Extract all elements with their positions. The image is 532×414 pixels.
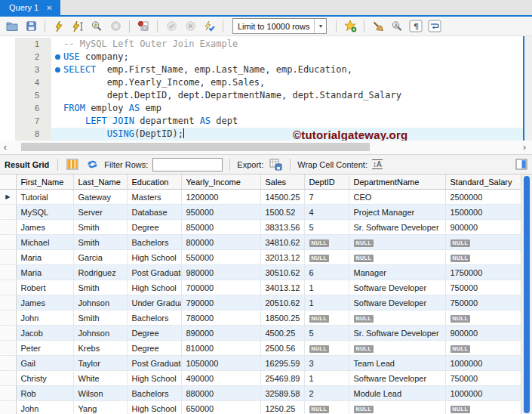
- code-line[interactable]: 8 USING(DeptID);: [0, 128, 532, 141]
- row-selector[interactable]: [0, 356, 16, 371]
- table-cell[interactable]: 2500000: [445, 190, 521, 205]
- table-cell[interactable]: NULL: [349, 341, 445, 356]
- table-row[interactable]: JohnSmithBachelors78000018500.25NULLNULL…: [0, 310, 521, 326]
- table-row[interactable]: MariaGarciaHigh School55000032013.12NULL…: [0, 250, 521, 265]
- table-cell[interactable]: 5: [304, 326, 349, 341]
- toggle-autocommit-icon[interactable]: [201, 19, 217, 33]
- table-cell[interactable]: MySQL: [16, 205, 73, 220]
- table-cell[interactable]: NULL: [349, 310, 445, 326]
- table-cell[interactable]: 1: [304, 371, 349, 386]
- table-cell[interactable]: 38313.56: [260, 220, 304, 235]
- table-cell[interactable]: High School: [127, 280, 181, 295]
- table-cell[interactable]: 1000000: [445, 386, 521, 401]
- table-cell[interactable]: NULL: [304, 341, 349, 356]
- table-row[interactable]: ▶TutorialGatewayMasters120000014500.257C…: [0, 190, 521, 205]
- table-cell[interactable]: 1: [304, 280, 349, 295]
- table-cell[interactable]: 750000: [445, 371, 521, 386]
- refresh-icon[interactable]: [85, 157, 100, 171]
- table-cell[interactable]: 7: [304, 190, 349, 205]
- table-cell[interactable]: 650000: [181, 401, 260, 414]
- select-all-corner[interactable]: [0, 175, 16, 190]
- row-selector[interactable]: [0, 310, 16, 326]
- table-cell[interactable]: Peter: [16, 341, 73, 356]
- table-cell[interactable]: 850000: [181, 220, 260, 235]
- hscroll-thumb[interactable]: [21, 143, 370, 151]
- column-header[interactable]: Standard_Salary: [445, 175, 521, 190]
- code-line[interactable]: 6FROM employ AS emp: [0, 102, 532, 115]
- table-cell[interactable]: John: [16, 310, 73, 326]
- table-cell[interactable]: Database: [127, 205, 181, 220]
- table-cell[interactable]: Software Developer: [349, 295, 445, 310]
- table-cell[interactable]: 1: [304, 295, 349, 310]
- table-cell[interactable]: 5: [304, 220, 349, 235]
- code-line[interactable]: 1-- MySQL Left Outer Join Example: [0, 38, 532, 51]
- table-cell[interactable]: Yang: [73, 401, 127, 414]
- table-cell[interactable]: NULL: [304, 401, 349, 414]
- editor-scrollbar-rail[interactable]: [523, 36, 532, 141]
- execute-current-icon[interactable]: [70, 19, 85, 33]
- table-cell[interactable]: NULL: [445, 310, 521, 326]
- table-row[interactable]: MichaelSmithBachelors80000034810.62NULLN…: [0, 235, 521, 250]
- table-cell[interactable]: Smith: [73, 280, 127, 295]
- table-cell[interactable]: 800000: [181, 235, 260, 250]
- table-cell[interactable]: 4: [304, 205, 349, 220]
- table-cell[interactable]: 30510.62: [260, 265, 304, 280]
- table-cell[interactable]: NULL: [349, 401, 445, 414]
- table-cell[interactable]: Krebs: [73, 341, 127, 356]
- table-cell[interactable]: Server: [73, 205, 127, 220]
- close-icon[interactable]: ✕: [46, 4, 52, 12]
- table-cell[interactable]: NULL: [445, 235, 521, 250]
- scroll-right-icon[interactable]: ›: [523, 141, 526, 153]
- table-cell[interactable]: 32013.12: [260, 250, 304, 265]
- table-cell[interactable]: Rodriguez: [73, 265, 127, 280]
- open-file-icon[interactable]: [5, 19, 20, 33]
- explain-icon[interactable]: [89, 19, 104, 33]
- table-cell[interactable]: 550000: [181, 250, 260, 265]
- table-cell[interactable]: 490000: [181, 371, 260, 386]
- table-cell[interactable]: 34013.12: [260, 280, 304, 295]
- table-cell[interactable]: Post Graduate: [127, 356, 181, 371]
- table-cell[interactable]: 1500000: [445, 205, 521, 220]
- table-cell[interactable]: 1050000: [181, 356, 260, 371]
- table-cell[interactable]: Maria: [16, 265, 73, 280]
- column-header[interactable]: Education: [127, 175, 181, 190]
- code-line[interactable]: 3SELECT emp.First_Name, emp.Last_Name, e…: [0, 63, 532, 76]
- table-cell[interactable]: 2500.56: [260, 341, 304, 356]
- table-cell[interactable]: 1200000: [181, 190, 260, 205]
- row-selector[interactable]: [0, 220, 16, 235]
- scroll-left-icon[interactable]: ‹: [4, 141, 7, 153]
- table-cell[interactable]: Taylor: [73, 356, 127, 371]
- table-cell[interactable]: Rob: [16, 386, 73, 401]
- table-cell[interactable]: 810000: [181, 341, 260, 356]
- table-cell[interactable]: 14500.25: [260, 190, 304, 205]
- row-selector[interactable]: [0, 341, 16, 356]
- table-cell[interactable]: NULL: [349, 250, 445, 265]
- table-cell[interactable]: 750000: [445, 295, 521, 310]
- limit-rows-dropdown[interactable]: Limit to 10000 rows ▾: [232, 18, 327, 34]
- table-cell[interactable]: 980000: [181, 265, 260, 280]
- table-cell[interactable]: Under Graduate: [127, 295, 181, 310]
- code-line[interactable]: 2USE company;: [0, 51, 532, 63]
- table-row[interactable]: GailTaylorPost Graduate105000016295.593T…: [0, 356, 521, 371]
- table-cell[interactable]: Software Developer: [349, 280, 445, 295]
- table-cell[interactable]: Post Graduate: [127, 265, 181, 280]
- table-cell[interactable]: 20510.62: [260, 295, 304, 310]
- table-row[interactable]: ChristyWhiteHigh School49000025469.891So…: [0, 371, 521, 386]
- table-cell[interactable]: Sr. Software Developer: [349, 326, 445, 341]
- table-row[interactable]: JohnYangHigh School6500001250.25NULLNULL…: [0, 401, 521, 414]
- table-cell[interactable]: Gateway: [73, 190, 127, 205]
- table-cell[interactable]: Sr. Software Developer: [349, 220, 445, 235]
- table-cell[interactable]: 1500.52: [260, 205, 304, 220]
- save-icon[interactable]: [23, 19, 38, 33]
- code-line[interactable]: 4 emp.Yearly_Income, emp.Sales,: [0, 76, 532, 89]
- row-selector[interactable]: [0, 250, 16, 265]
- row-selector[interactable]: [0, 401, 16, 414]
- table-cell[interactable]: 900000: [445, 220, 521, 235]
- table-cell[interactable]: 900000: [445, 326, 521, 341]
- wrap-cell-icon[interactable]: ↕A: [372, 159, 383, 169]
- column-header[interactable]: Sales: [260, 175, 304, 190]
- execute-icon[interactable]: [51, 19, 66, 33]
- table-cell[interactable]: NULL: [445, 401, 521, 414]
- table-cell[interactable]: Christy: [16, 371, 73, 386]
- table-row[interactable]: JacobJohnsonDegree8900004500.255Sr. Soft…: [0, 326, 521, 341]
